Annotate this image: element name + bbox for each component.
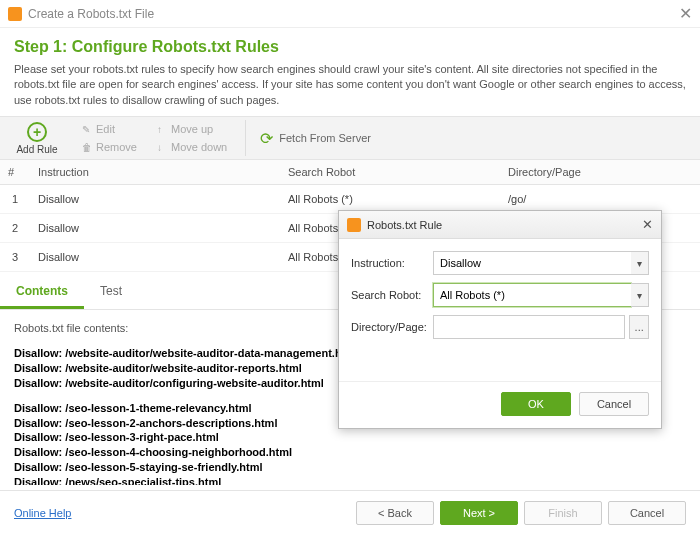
edit-label: Edit [96,123,115,135]
remove-button[interactable]: 🗑Remove [78,139,141,155]
rules-toolbar: + Add Rule ✎Edit 🗑Remove ↑Move up ↓Move … [0,116,700,160]
window-title: Create a Robots.txt File [28,7,679,21]
dialog-close-button[interactable]: ✕ [642,217,653,232]
fetch-label: Fetch From Server [279,132,371,144]
robots-rule-dialog: Robots.txt Rule ✕ Instruction: ▾ Search … [338,210,662,429]
browse-button[interactable]: ... [629,315,649,339]
online-help-link[interactable]: Online Help [14,507,71,519]
directory-page-input[interactable] [433,315,625,339]
cancel-button[interactable]: Cancel [608,501,686,525]
plus-icon: + [27,122,47,142]
wizard-footer: Online Help < Back Next > Finish Cancel [0,490,700,534]
col-header-dir: Directory/Page [500,160,700,185]
cell-num: 1 [0,185,30,214]
robots-line: Disallow: /seo-lesson-5-staying-se-frien… [14,460,686,475]
robots-line: Disallow: /news/seo-specialist-tips.html [14,475,686,485]
edit-button[interactable]: ✎Edit [78,121,141,137]
directory-page-label: Directory/Page: [351,321,433,333]
pencil-icon: ✎ [82,124,92,135]
back-button[interactable]: < Back [356,501,434,525]
instruction-select[interactable] [433,251,631,275]
cell-num: 3 [0,243,30,272]
chevron-down-icon[interactable]: ▾ [631,251,649,275]
window-close-button[interactable]: ✕ [679,4,692,23]
move-up-label: Move up [171,123,213,135]
robots-line: Disallow: /seo-lesson-3-right-pace.html [14,430,686,445]
dialog-title: Robots.txt Rule [367,219,642,231]
tab-test[interactable]: Test [84,276,138,309]
cell-instruction: Disallow [30,243,280,272]
col-header-num: # [0,160,30,185]
search-robot-input[interactable] [433,283,631,307]
arrow-up-icon: ↑ [157,124,167,135]
trash-icon: 🗑 [82,142,92,153]
move-down-button[interactable]: ↓Move down [153,139,231,155]
dialog-titlebar: Robots.txt Rule ✕ [339,211,661,239]
move-down-label: Move down [171,141,227,153]
dialog-cancel-button[interactable]: Cancel [579,392,649,416]
step-title: Step 1: Configure Robots.txt Rules [14,38,686,56]
cell-num: 2 [0,214,30,243]
cell-instruction: Disallow [30,214,280,243]
tab-contents[interactable]: Contents [0,276,84,309]
dialog-footer: OK Cancel [339,381,661,428]
add-rule-button[interactable]: + Add Rule [8,122,66,155]
arrow-down-icon: ↓ [157,142,167,153]
reload-icon: ⟳ [260,129,273,148]
remove-label: Remove [96,141,137,153]
add-rule-label: Add Rule [16,144,57,155]
dialog-body: Instruction: ▾ Search Robot: ▾ Directory… [339,239,661,353]
chevron-down-icon[interactable]: ▾ [631,283,649,307]
cell-instruction: Disallow [30,185,280,214]
toolbar-divider [245,120,246,156]
dialog-ok-button[interactable]: OK [501,392,571,416]
window-titlebar: Create a Robots.txt File ✕ [0,0,700,28]
step-header: Step 1: Configure Robots.txt Rules [0,28,700,62]
col-header-instruction: Instruction [30,160,280,185]
step-description: Please set your robots.txt rules to spec… [0,62,700,116]
instruction-label: Instruction: [351,257,433,269]
move-up-button[interactable]: ↑Move up [153,121,231,137]
fetch-from-server-button[interactable]: ⟳ Fetch From Server [260,129,371,148]
next-button[interactable]: Next > [440,501,518,525]
app-icon [8,7,22,21]
search-robot-label: Search Robot: [351,289,433,301]
finish-button[interactable]: Finish [524,501,602,525]
dialog-app-icon [347,218,361,232]
col-header-robot: Search Robot [280,160,500,185]
robots-line: Disallow: /seo-lesson-4-choosing-neighbo… [14,445,686,460]
